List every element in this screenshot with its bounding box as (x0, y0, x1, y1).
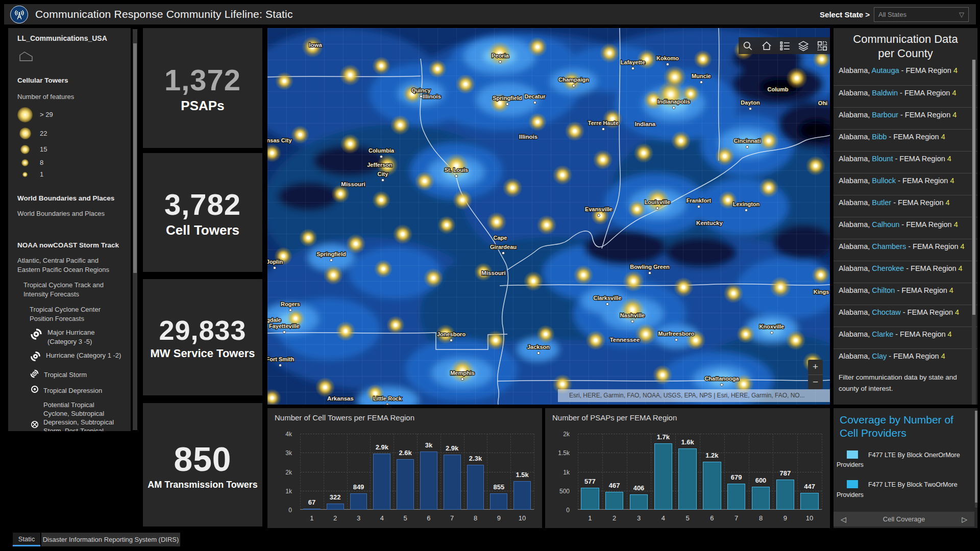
bar[interactable] (703, 462, 721, 510)
bar[interactable] (303, 509, 321, 510)
coverage-legend-item: F477 LTE By Block TwoOrMore Providers (834, 480, 977, 500)
county-list-item[interactable]: Alabama, Butler - FEMA Region 4 (834, 195, 977, 217)
tower-dot-icon (17, 107, 33, 122)
sidebar-scrollbar-thumb[interactable] (133, 43, 137, 273)
x-tick-label: 6 (427, 514, 430, 522)
stat-value: 1,372 (164, 63, 241, 97)
stat-label: AM Transmission Towers (148, 480, 258, 490)
basemap-grid-icon[interactable] (817, 40, 828, 52)
state-select-dropdown[interactable]: All States ▽ (874, 7, 969, 22)
tower-dot-icon (21, 159, 29, 166)
legend-feature-row: 8 (17, 157, 131, 169)
svg-text:Murfreesboro: Murfreesboro (658, 331, 695, 337)
bar[interactable] (373, 454, 390, 510)
x-tick-label: 1 (588, 514, 592, 522)
stat-value: 29,833 (159, 314, 246, 346)
county-list-item[interactable]: Alabama, Autauga - FEMA Region 4 (834, 63, 977, 85)
svg-text:Kentucky: Kentucky (696, 220, 723, 226)
tower-dot-icon (22, 172, 28, 177)
county-list-scrollbar-thumb[interactable] (972, 60, 975, 315)
tropical-depression-icon (31, 385, 39, 395)
tab-dirs[interactable]: Disaster Information Reporting System (D… (41, 533, 180, 546)
legend-storm-row: Tropical Depression (30, 385, 131, 395)
tab-static[interactable]: Static (13, 533, 40, 546)
svg-text:Columb: Columb (768, 86, 789, 92)
bar[interactable] (752, 487, 770, 510)
county-list-item[interactable]: Alabama, Bibb - FEMA Region 4 (834, 129, 977, 151)
x-tick-label: 4 (380, 514, 384, 522)
x-axis-labels: 12345678910 (300, 514, 534, 524)
y-axis-labels: 01k2k3k4k (267, 434, 296, 510)
search-icon[interactable] (742, 40, 753, 52)
svg-text:Lafayette: Lafayette (621, 59, 645, 65)
sidebar-scrollbar[interactable] (133, 29, 137, 430)
legend-swatch (847, 480, 858, 488)
coverage-legend-item: F477 LTE By Block OnerOrMore Providers (834, 450, 977, 470)
svg-text:Chattanooga: Chattanooga (704, 375, 739, 382)
svg-text:Indianapolis: Indianapolis (657, 98, 690, 105)
svg-text:Illinois: Illinois (423, 93, 441, 99)
svg-text:Bowling Green: Bowling Green (630, 264, 670, 270)
bar[interactable] (654, 443, 672, 510)
bar-value-label: 67 (308, 498, 315, 506)
x-tick-label: 7 (450, 514, 454, 522)
svg-text:Champaign: Champaign (558, 77, 589, 83)
svg-text:Joplin: Joplin (267, 259, 283, 265)
hurricane-icon (30, 350, 41, 364)
layers-icon[interactable] (798, 40, 809, 52)
county-data-panel: Communication Data per County Alabama, A… (834, 28, 977, 405)
bar[interactable] (327, 504, 344, 510)
county-list-item[interactable]: Alabama, Calhoun - FEMA Region 4 (834, 217, 977, 239)
bar[interactable] (513, 481, 531, 510)
carousel-prev-icon[interactable]: ◁ (841, 515, 846, 523)
county-list-item[interactable]: Alabama, Choctaw - FEMA Region 4 (834, 305, 977, 327)
stat-card-am-towers: 850 AM Transmission Towers (143, 403, 262, 527)
bar[interactable] (467, 465, 484, 510)
county-list-item[interactable]: Alabama, Chambers - FEMA Region 4 (834, 239, 977, 261)
county-list-item[interactable]: Alabama, Clay - FEMA Region 4 (834, 348, 977, 370)
bar[interactable] (678, 448, 696, 510)
chart-cell-towers-per-fema-region: Number of Cell Towers per FEMA Region 01… (267, 408, 542, 528)
svg-text:Iowa: Iowa (309, 42, 322, 48)
y-tick-label: 1k (563, 469, 570, 476)
svg-text:Missouri: Missouri (341, 181, 365, 187)
legend-feature-row: 22 (17, 125, 131, 142)
y-axis-labels: 05001k1.5k2k (545, 434, 574, 510)
county-list-item[interactable]: Alabama, Barbour - FEMA Region 4 (834, 107, 977, 129)
stat-label: PSAPs (181, 98, 224, 114)
bar[interactable] (727, 484, 745, 510)
zoom-in-button[interactable]: + (808, 360, 823, 375)
x-tick-label: 4 (662, 514, 665, 522)
county-list-item[interactable]: Alabama, Blount - FEMA Region 4 (834, 151, 977, 173)
x-tick-label: 6 (710, 514, 714, 522)
county-list-item[interactable]: Alabama, Chilton - FEMA Region 4 (834, 283, 977, 305)
bar[interactable] (776, 480, 794, 510)
map-canvas[interactable]: IowaPeoriaLafayetteKokomoQuincyChampaign… (267, 28, 830, 405)
bar[interactable] (350, 493, 368, 510)
county-list-scrollbar[interactable] (972, 60, 976, 405)
bar[interactable] (490, 493, 507, 510)
bar[interactable] (444, 455, 461, 510)
legend-list-icon[interactable] (779, 40, 791, 52)
zoom-out-button[interactable]: − (808, 375, 823, 390)
legend-storm-row: Potential Tropical Cyclone, Subtropical … (30, 400, 131, 431)
bar[interactable] (630, 494, 648, 510)
county-list-item[interactable]: Alabama, Bullock - FEMA Region 4 (834, 173, 977, 195)
bar[interactable] (605, 492, 623, 510)
legend-feature-row: 15 (17, 142, 131, 157)
world-boundaries-layer: World Boundaries and Places (17, 209, 131, 218)
svg-text:Fayetteville: Fayetteville (269, 323, 300, 329)
bar[interactable] (800, 493, 818, 510)
county-list-item[interactable]: Alabama, Baldwin - FEMA Region 4 (834, 85, 977, 107)
bar[interactable] (581, 488, 599, 510)
map-attribution: Esri, HERE, Garmin, FAO, NOAA, USGS, EPA… (558, 389, 830, 402)
county-list-item[interactable]: Alabama, Cherokee - FEMA Region 4 (834, 261, 977, 283)
coverage-scrollbar-thumb[interactable] (975, 411, 977, 503)
coverage-scrollbar[interactable] (975, 411, 977, 508)
home-icon[interactable] (761, 40, 772, 52)
bar[interactable] (397, 459, 414, 510)
bar[interactable] (420, 452, 437, 510)
chart-title: Number of Cell Towers per FEMA Region (275, 413, 414, 422)
carousel-next-icon[interactable]: ▷ (962, 515, 967, 523)
county-list-item[interactable]: Alabama, Clarke - FEMA Region 4 (834, 327, 977, 348)
